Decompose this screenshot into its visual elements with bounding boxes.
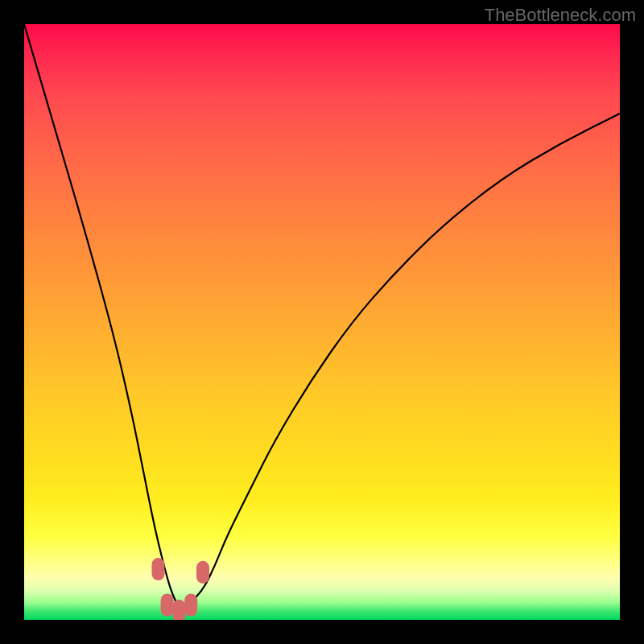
chart-svg	[24, 24, 620, 620]
data-marker	[161, 594, 174, 617]
data-markers	[152, 558, 210, 620]
chart-area	[24, 24, 620, 620]
bottleneck-curve-line	[24, 24, 620, 608]
data-marker	[196, 561, 209, 584]
data-marker	[184, 594, 197, 617]
data-marker	[152, 558, 165, 580]
watermark-text: TheBottleneck.com	[485, 5, 636, 26]
data-marker	[172, 600, 185, 620]
